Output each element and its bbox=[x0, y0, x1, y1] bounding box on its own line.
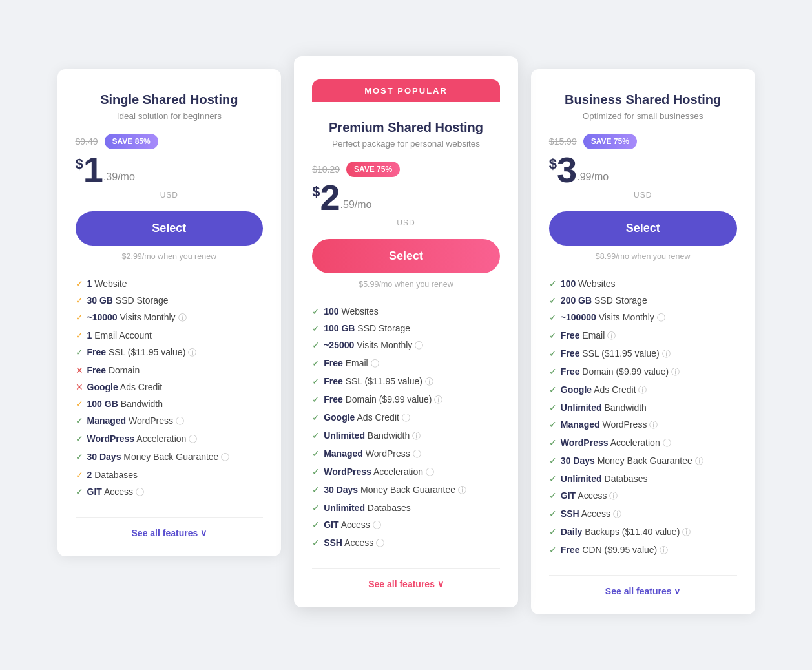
info-icon[interactable]: ⓘ bbox=[425, 377, 433, 386]
plan-card-single: Single Shared Hosting Ideal solution for… bbox=[57, 69, 282, 556]
feature-text: Acceleration bbox=[609, 437, 660, 448]
feature-item: ✓ ~100000 Visits Monthly ⓘ bbox=[549, 309, 737, 327]
feature-bold: Unlimited bbox=[324, 503, 365, 513]
plan-name: Single Shared Hosting bbox=[76, 92, 264, 107]
check-icon-green: ✓ bbox=[549, 508, 557, 519]
info-icon[interactable]: ⓘ bbox=[176, 416, 184, 426]
see-all-features[interactable]: See all features ∨ bbox=[549, 586, 737, 596]
feature-bold: GIT bbox=[324, 519, 338, 530]
info-icon[interactable]: ⓘ bbox=[402, 413, 410, 423]
check-icon-green: ✓ bbox=[549, 437, 557, 448]
save-badge: SAVE 85% bbox=[105, 134, 158, 149]
feature-bold: ~100000 bbox=[561, 312, 596, 322]
feature-text: Domain bbox=[106, 365, 140, 375]
feature-item: ✓ GIT Access ⓘ bbox=[549, 487, 737, 505]
select-button[interactable]: Select bbox=[312, 239, 500, 273]
feature-bold: 30 Days bbox=[87, 452, 121, 462]
check-icon-green: ✓ bbox=[549, 366, 557, 377]
feature-item: ✓ 1 Email Account bbox=[76, 327, 264, 344]
usd-label: USD bbox=[549, 191, 737, 200]
feature-item: ✓ 30 GB SSD Storage bbox=[76, 292, 264, 309]
info-icon[interactable]: ⓘ bbox=[649, 420, 658, 430]
feature-bold: Free bbox=[561, 366, 580, 377]
price-decimal-month: .59/mo bbox=[340, 199, 372, 211]
info-icon[interactable]: ⓘ bbox=[178, 313, 187, 322]
cross-icon: ✕ bbox=[76, 365, 83, 375]
feature-bold: Free bbox=[561, 348, 580, 359]
info-icon[interactable]: ⓘ bbox=[188, 348, 196, 357]
info-icon[interactable]: ⓘ bbox=[609, 491, 618, 501]
info-icon[interactable]: ⓘ bbox=[221, 452, 229, 462]
feature-text: WordPress bbox=[363, 448, 410, 459]
info-icon[interactable]: ⓘ bbox=[671, 367, 680, 377]
feature-item: ✓ Managed WordPress ⓘ bbox=[549, 416, 737, 434]
plan-card-premium: MOST POPULAR Premium Shared Hosting Perf… bbox=[294, 56, 518, 607]
feature-text: SSL ($11.95 value) bbox=[343, 376, 422, 386]
info-icon[interactable]: ⓘ bbox=[373, 520, 381, 530]
info-icon[interactable]: ⓘ bbox=[412, 431, 421, 441]
info-icon[interactable]: ⓘ bbox=[695, 456, 703, 466]
check-icon-green: ✓ bbox=[549, 545, 557, 555]
info-icon[interactable]: ⓘ bbox=[682, 527, 691, 537]
see-all-features[interactable]: See all features ∨ bbox=[312, 579, 500, 589]
feature-bold: Google bbox=[561, 384, 592, 395]
info-icon[interactable]: ⓘ bbox=[413, 449, 421, 459]
pricing-container: Single Shared Hosting Ideal solution for… bbox=[51, 56, 762, 614]
feature-item: ✓ Free CDN ($9.95 value) ⓘ bbox=[549, 541, 737, 560]
feature-text: WordPress bbox=[126, 415, 173, 426]
feature-text: Acceleration bbox=[371, 466, 423, 477]
feature-text: Backups ($11.40 value) bbox=[582, 527, 680, 537]
feature-bold: Unlimited bbox=[561, 403, 602, 413]
info-icon[interactable]: ⓘ bbox=[458, 485, 466, 495]
feature-text: Email bbox=[343, 358, 368, 368]
check-icon-green: ✓ bbox=[312, 485, 320, 495]
feature-bold: Google bbox=[324, 412, 355, 423]
info-icon[interactable]: ⓘ bbox=[662, 349, 671, 359]
check-icon-green: ✓ bbox=[312, 503, 320, 513]
feature-bold: 100 bbox=[561, 278, 576, 289]
check-icon-green: ✓ bbox=[312, 340, 320, 350]
feature-item: ✓ Free SSL ($11.95 value) ⓘ bbox=[549, 345, 737, 363]
feature-text: Websites bbox=[576, 278, 615, 289]
features-list: ✓ 1 Website ✓ 30 GB SSD Storage ✓ ~10000… bbox=[76, 275, 264, 501]
feature-text: Access bbox=[579, 508, 610, 519]
price-row: $15.99 SAVE 75% bbox=[549, 134, 737, 149]
select-button[interactable]: Select bbox=[76, 211, 264, 246]
feature-text: Visits Monthly bbox=[118, 312, 176, 322]
feature-item: ✓ WordPress Acceleration ⓘ bbox=[76, 430, 264, 448]
feature-bold: Free bbox=[324, 376, 343, 386]
info-icon[interactable]: ⓘ bbox=[189, 434, 197, 444]
info-icon[interactable]: ⓘ bbox=[434, 395, 442, 404]
feature-text: Acceleration bbox=[134, 434, 186, 444]
feature-text: Email bbox=[579, 330, 605, 340]
feature-bold: Free bbox=[87, 347, 107, 357]
check-icon-green: ✓ bbox=[312, 466, 320, 477]
see-all-features[interactable]: See all features ∨ bbox=[76, 528, 264, 538]
plan-name: Business Shared Hosting bbox=[549, 92, 737, 107]
info-icon[interactable]: ⓘ bbox=[663, 438, 671, 448]
feature-text: SSD Storage bbox=[592, 295, 647, 306]
info-icon[interactable]: ⓘ bbox=[371, 359, 379, 368]
popular-badge: MOST POPULAR bbox=[312, 79, 500, 102]
info-icon[interactable]: ⓘ bbox=[660, 545, 668, 555]
info-icon[interactable]: ⓘ bbox=[426, 467, 434, 477]
feature-item: ✓ Free Domain ($9.99 value) ⓘ bbox=[549, 363, 737, 381]
info-icon[interactable]: ⓘ bbox=[607, 331, 616, 340]
check-icon-green: ✓ bbox=[549, 490, 557, 501]
feature-text: Domain ($9.99 value) bbox=[579, 366, 669, 377]
feature-item: ✓ Google Ads Credit ⓘ bbox=[549, 381, 737, 399]
select-button[interactable]: Select bbox=[549, 211, 737, 246]
info-icon[interactable]: ⓘ bbox=[415, 340, 423, 350]
feature-item: ✕ Free Domain bbox=[76, 362, 264, 379]
check-icon-orange: ✓ bbox=[76, 295, 83, 306]
check-icon-green: ✓ bbox=[549, 384, 557, 395]
info-icon[interactable]: ⓘ bbox=[613, 509, 621, 519]
info-icon[interactable]: ⓘ bbox=[638, 385, 647, 395]
usd-label: USD bbox=[76, 191, 264, 200]
info-icon[interactable]: ⓘ bbox=[136, 487, 144, 497]
check-icon-green: ✓ bbox=[312, 412, 320, 423]
info-icon[interactable]: ⓘ bbox=[657, 313, 665, 322]
cross-icon: ✕ bbox=[76, 382, 83, 392]
price-decimal-month: .99/mo bbox=[577, 171, 609, 183]
info-icon[interactable]: ⓘ bbox=[376, 538, 384, 548]
